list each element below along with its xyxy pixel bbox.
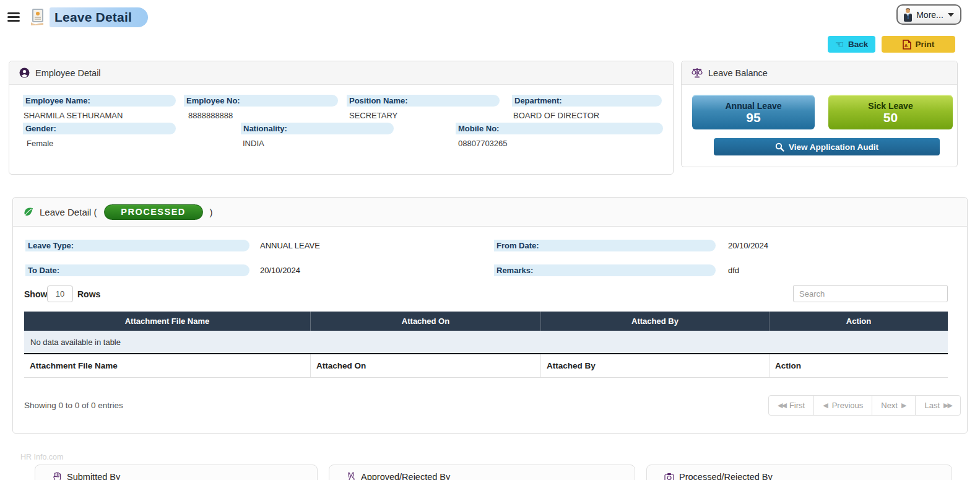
last-page-label: Last (924, 401, 940, 410)
column-header-action[interactable]: Action (770, 312, 948, 331)
approved-rejected-by-panel: Approved/Rejected By (329, 465, 635, 480)
view-application-audit-label: View Application Audit (789, 142, 878, 152)
user-avatar-icon (904, 8, 912, 22)
status-badge: PROCESSED (104, 204, 203, 220)
first-page-button[interactable]: ◀◀ First (768, 395, 814, 416)
mobile-no-label: Mobile No: (456, 123, 663, 134)
rows-label: Rows (77, 289, 100, 299)
leave-balance-panel: Leave Balance Annual Leave 95 Sick Leave… (681, 61, 958, 167)
employee-name-value: SHARMILA SETHURAMAN (24, 111, 123, 120)
print-button[interactable]: A Print (882, 36, 955, 53)
pagination: ◀◀ First ◀ Previous Next ▶ Last ▶▶ (768, 395, 961, 416)
next-page-label: Next (881, 401, 898, 410)
gender-label: Gender: (23, 123, 176, 134)
position-name-label: Position Name: (347, 95, 500, 107)
processed-rejected-by-title: Processed/Rejected By (679, 472, 773, 480)
back-button[interactable]: ☜ Back (828, 36, 875, 53)
annual-leave-card[interactable]: Annual Leave 95 (692, 95, 815, 129)
submitted-by-title: Submitted By (67, 472, 120, 480)
annual-leave-name: Annual Leave (725, 101, 781, 111)
next-page-icon: ▶ (901, 401, 906, 409)
svg-text:A: A (904, 43, 908, 48)
mobile-no-value: 08807703265 (458, 139, 508, 148)
footer-action: Action (770, 354, 948, 377)
attachments-table: Attachment File Name Attached On Attache… (24, 312, 948, 378)
brand-watermark: HR Info.com (20, 453, 63, 461)
employee-no-value: 8888888888 (188, 111, 233, 120)
empty-table-message: No data available in table (24, 331, 948, 354)
column-header-attached-by[interactable]: Attached By (541, 312, 770, 331)
pdf-icon: A (903, 40, 911, 50)
sick-leave-card[interactable]: Sick Leave 50 (828, 95, 953, 129)
to-date-label: To Date: (25, 264, 249, 276)
next-page-button[interactable]: Next ▶ (872, 395, 916, 416)
show-label: Show (24, 289, 47, 299)
approved-hand-icon (347, 472, 356, 480)
footer-attached-on: Attached On (311, 354, 541, 377)
employee-name-label: Employee Name: (23, 95, 176, 107)
sick-leave-name: Sick Leave (868, 101, 913, 111)
footer-attachment-file-name: Attachment File Name (24, 354, 311, 377)
department-value: BOARD OF DIRECTOR (513, 111, 599, 120)
leave-detail-title-prefix: Leave Detail ( (40, 207, 97, 217)
table-header-row: Attachment File Name Attached On Attache… (24, 312, 948, 331)
employee-detail-panel: Employee Detail Employee Name: Employee … (9, 61, 674, 175)
search-icon (775, 142, 784, 152)
annual-leave-value: 95 (746, 111, 760, 124)
to-date-value: 20/10/2024 (260, 266, 300, 275)
print-button-label: Print (916, 40, 935, 49)
view-application-audit-button[interactable]: View Application Audit (714, 138, 940, 155)
previous-page-button[interactable]: ◀ Previous (813, 395, 872, 416)
processed-stamp-icon (664, 473, 674, 480)
leave-detail-section-header: Leave Detail ( PROCESSED ) (13, 198, 967, 227)
leave-balance-header: Leave Balance (682, 61, 957, 85)
table-footer-row: Attachment File Name Attached On Attache… (24, 354, 948, 378)
column-header-attached-on[interactable]: Attached On (311, 312, 541, 331)
position-name-value: SECRETARY (349, 111, 397, 120)
first-page-icon: ◀◀ (778, 401, 786, 409)
from-date-value: 20/10/2024 (728, 241, 768, 250)
more-button[interactable]: More... (896, 4, 961, 25)
leave-balance-title: Leave Balance (708, 68, 768, 78)
department-label: Department: (512, 95, 662, 107)
employee-no-label: Employee No: (184, 95, 338, 107)
previous-page-label: Previous (832, 401, 864, 410)
leave-detail-title-suffix: ) (210, 207, 213, 217)
last-page-icon: ▶▶ (943, 401, 952, 409)
remarks-label: Remarks: (494, 264, 716, 276)
more-button-label: More... (916, 10, 943, 20)
submitted-by-panel: Submitted By (35, 465, 318, 480)
approved-rejected-by-title: Approved/Rejected By (361, 472, 450, 480)
submitted-hand-icon (53, 472, 62, 480)
nationality-label: Nationality: (241, 123, 394, 134)
remarks-value: dfd (728, 266, 739, 275)
footer-attached-by: Attached By (541, 354, 770, 377)
person-icon (19, 68, 30, 78)
previous-page-icon: ◀ (823, 401, 828, 409)
leave-type-label: Leave Type: (25, 240, 249, 251)
scales-icon (692, 68, 703, 78)
chevron-down-icon (948, 13, 954, 17)
processed-rejected-by-panel: Processed/Rejected By (646, 465, 952, 480)
status-badge-label: PROCESSED (121, 207, 186, 217)
from-date-label: From Date: (494, 240, 716, 251)
column-header-attachment-file-name[interactable]: Attachment File Name (24, 312, 311, 331)
sick-leave-value: 50 (883, 111, 898, 124)
leave-type-value: ANNUAL LEAVE (260, 241, 320, 250)
first-page-label: First (789, 401, 805, 410)
leave-detail-page-icon (30, 8, 46, 25)
employee-detail-header: Employee Detail (9, 61, 673, 85)
employee-detail-title: Employee Detail (35, 68, 101, 78)
back-button-label: Back (848, 40, 868, 49)
table-summary: Showing 0 to 0 of 0 entries (24, 401, 123, 410)
last-page-button[interactable]: Last ▶▶ (915, 395, 961, 416)
back-hand-icon: ☜ (835, 38, 844, 50)
menu-icon[interactable] (7, 12, 20, 22)
search-input[interactable] (793, 285, 948, 302)
leaf-icon (23, 207, 34, 217)
rows-per-page-input[interactable] (47, 286, 73, 302)
nationality-value: INDIA (243, 139, 264, 148)
leave-detail-panel: Leave Detail ( PROCESSED ) Leave Type: A… (12, 197, 968, 434)
page-title-text: Leave Detail (54, 10, 132, 25)
gender-value: Female (27, 139, 53, 148)
